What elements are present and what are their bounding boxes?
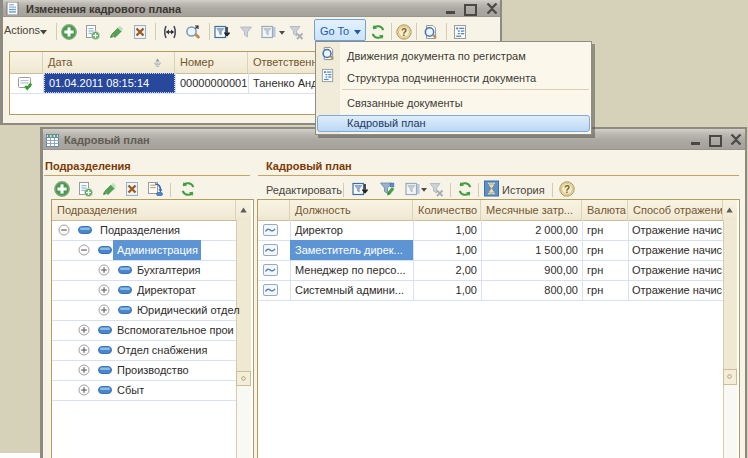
svg-text:?: ? [564, 184, 570, 195]
svg-text:?: ? [401, 27, 407, 38]
